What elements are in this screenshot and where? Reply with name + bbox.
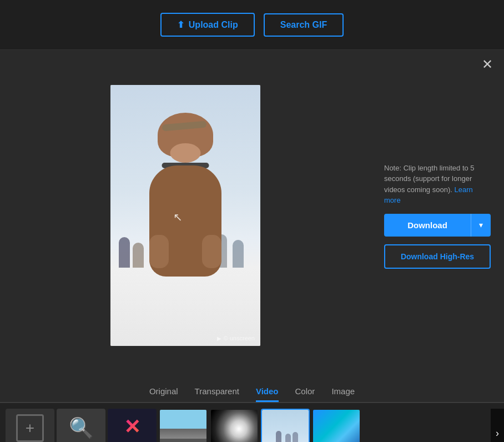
dog-paw-right <box>202 235 221 268</box>
dog-paw-left <box>149 235 169 268</box>
tab-transparent[interactable]: Transparent <box>195 386 239 402</box>
upload-clip-button[interactable]: ⬆ Upload Clip <box>160 13 255 37</box>
strip-scroll: + Select File 🔍 Search GIF ✕ Xanimation <box>0 403 504 442</box>
strip-item-spiral[interactable]: Spiral <box>210 409 259 443</box>
spiral-thumbnail <box>211 410 258 443</box>
person-silhouette <box>233 240 244 268</box>
tab-video[interactable]: Video <box>256 386 279 402</box>
tab-original[interactable]: Original <box>149 386 178 402</box>
tab-color[interactable]: Color <box>295 386 315 402</box>
person-silhouette <box>133 243 144 268</box>
mixing-bg <box>313 410 360 443</box>
tabs-bar: Original Transparent Video Color Image <box>0 381 504 403</box>
search-gif-button[interactable]: Search GIF <box>264 13 344 37</box>
strip-item-mixingcolors[interactable]: Mixingcolors <box>312 409 361 443</box>
top-bar: ⬆ Upload Clip Search GIF <box>0 0 504 50</box>
xanimation-icon: ✕ <box>124 415 140 439</box>
select-file-thumbnail: + <box>7 410 53 443</box>
strip-item-icerink[interactable]: Icerink <box>261 409 310 443</box>
download-button[interactable]: Download <box>384 214 471 237</box>
close-button[interactable]: ✕ <box>482 58 493 71</box>
person-silhouette <box>119 237 130 268</box>
right-panel: Note: Clip length limited to 5 seconds (… <box>371 50 504 381</box>
watermark: ▶ © unscreen <box>217 335 255 341</box>
mixingcolors-thumbnail <box>313 410 360 443</box>
main-area: ↖ ▶ © unscreen ✕ Note: Clip length limit… <box>0 50 504 381</box>
search-gif-thumbnail: 🔍 <box>58 410 104 443</box>
icerink-bg <box>262 410 309 443</box>
icerink-thumbnail <box>262 410 309 443</box>
dog-snout <box>170 143 201 163</box>
strip-item-select-file[interactable]: + Select File <box>6 409 54 443</box>
search-icon: 🔍 <box>69 416 94 440</box>
strip-item-search-gif[interactable]: 🔍 Search GIF <box>57 409 105 443</box>
search-gif-label: Search GIF <box>280 20 327 30</box>
strip-item-xanimation[interactable]: ✕ Xanimation <box>108 409 157 443</box>
strip-next-button[interactable]: › <box>491 409 504 443</box>
download-hires-button[interactable]: Download High-Res <box>384 244 491 269</box>
download-dropdown-button[interactable]: ▾ <box>471 214 491 237</box>
citystreet-thumbnail <box>160 410 206 443</box>
upload-label: Upload Clip <box>189 20 238 30</box>
select-file-icon: + <box>16 414 44 442</box>
strip-item-citystreet[interactable]: Citystreet <box>159 409 208 443</box>
bottom-strip: + Select File 🔍 Search GIF ✕ Xanimation <box>0 403 504 442</box>
tab-image[interactable]: Image <box>331 386 355 402</box>
upload-icon: ⬆ <box>177 19 184 30</box>
preview-panel: ↖ ▶ © unscreen <box>0 50 371 381</box>
video-preview: ↖ ▶ © unscreen <box>110 85 260 346</box>
download-row: Download ▾ <box>384 214 491 237</box>
note-text: Note: Clip length limited to 5 seconds (… <box>384 163 491 206</box>
citystreet-bg <box>160 410 206 443</box>
spiral-bg <box>211 410 258 443</box>
xanimation-thumbnail: ✕ <box>109 410 155 443</box>
